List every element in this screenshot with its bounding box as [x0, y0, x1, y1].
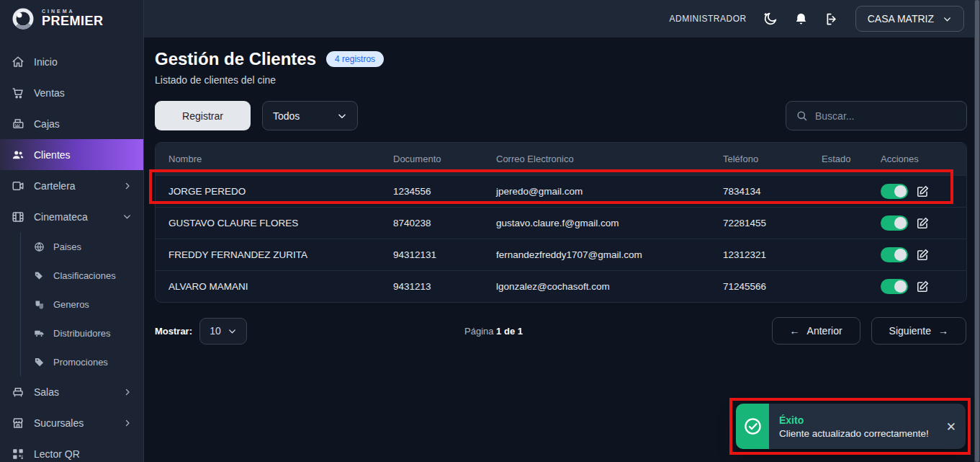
toggle-knob: [894, 217, 907, 229]
col-header-acciones: Acciones: [881, 154, 966, 164]
sidebar-item-label: Sucursales: [34, 417, 84, 429]
client-name-cell: JORGE PEREDO: [168, 186, 393, 197]
client-document-cell: 9431213: [393, 281, 496, 292]
next-label: Siguiente: [889, 325, 931, 337]
status-toggle[interactable]: [881, 216, 908, 231]
sidebar-item-cinemateca[interactable]: Cinemateca: [0, 201, 143, 232]
sidebar-item-paises[interactable]: Paises: [21, 232, 143, 261]
records-count-badge: 4 registros: [326, 51, 384, 67]
status-toggle[interactable]: [881, 279, 908, 294]
tags-icon: [34, 270, 45, 281]
chevron-right-icon: [123, 182, 132, 190]
chevron-down-icon: [122, 212, 132, 221]
page-info: Página 1 de 1: [464, 326, 523, 337]
search-input[interactable]: [815, 110, 957, 122]
table-row: ALVARO MAMANI 9431213 lgonzalez@cochasof…: [156, 270, 966, 302]
user-role-label: ADMINISTRADOR: [670, 14, 747, 24]
tag-icon: [34, 357, 45, 368]
sidebar-item-clientes[interactable]: Clientes: [0, 139, 143, 170]
sidebar-item-inicio[interactable]: Inicio: [0, 46, 143, 77]
sidebar-item-cajas[interactable]: Cajas: [0, 108, 143, 139]
toggle-knob: [894, 280, 907, 293]
client-email-cell: gustavo.claure.f@gmail.com: [496, 218, 723, 228]
col-header-estado: Estado: [822, 154, 881, 164]
brand-logo[interactable]: CINEMA PREMIER: [0, 0, 143, 37]
users-icon: [12, 148, 24, 161]
client-email-cell: jperedo@gmail.com: [496, 186, 723, 197]
register-button[interactable]: Registrar: [155, 101, 251, 130]
page-size-select[interactable]: 10: [199, 318, 247, 345]
sidebar-item-cartelera[interactable]: Cartelera: [0, 170, 143, 201]
notifications-bell-icon[interactable]: [794, 12, 809, 27]
sidebar-item-promociones[interactable]: Promociones: [21, 347, 143, 376]
vertical-scrollbar[interactable]: [974, 0, 980, 462]
sidebar: CINEMA PREMIER Inicio Ventas Cajas Clien…: [0, 0, 144, 462]
client-actions-cell: [881, 216, 966, 231]
status-filter-value: Todos: [273, 110, 300, 122]
dark-mode-moon-icon[interactable]: [763, 12, 778, 27]
sidebar-item-label: Ventas: [34, 87, 65, 99]
status-toggle[interactable]: [881, 247, 908, 262]
pagination-bar: Mostrar: 10 Página 1 de 1 ← Anterior Sig…: [155, 316, 967, 345]
sidebar-item-label: Cajas: [34, 118, 60, 130]
sidebar-item-label: Clasificaciones: [53, 270, 116, 281]
edit-icon[interactable]: [916, 216, 930, 230]
toast-message: Cliente actualizado correctamente!: [779, 428, 929, 439]
sidebar-item-lector-qr[interactable]: Lector QR: [0, 438, 143, 462]
topbar: ADMINISTRADOR CASA MATRIZ: [144, 0, 980, 37]
client-document-cell: 8740238: [393, 218, 496, 228]
cash-register-icon: [12, 117, 24, 130]
sidebar-item-label: Distribuidores: [53, 328, 110, 339]
client-phone-cell: 12312321: [723, 249, 822, 260]
page-size-value: 10: [210, 325, 221, 337]
sidebar-item-label: Cartelera: [34, 180, 76, 192]
chevron-down-icon: [943, 14, 952, 24]
scrollbar-thumb[interactable]: [975, 0, 979, 462]
chevron-down-icon: [337, 111, 347, 121]
branch-selector[interactable]: CASA MATRIZ: [855, 6, 964, 32]
toast-close-icon[interactable]: ✕: [946, 420, 956, 432]
client-actions-cell: [881, 279, 966, 294]
page-subtitle: Listado de clientes del cine: [155, 74, 967, 86]
toggle-knob: [894, 185, 907, 197]
edit-icon[interactable]: [916, 185, 930, 198]
client-document-cell: 94312131: [393, 249, 496, 260]
sidebar-item-ventas[interactable]: Ventas: [0, 77, 143, 108]
status-toggle[interactable]: [881, 184, 908, 199]
page-value: 1 de 1: [496, 326, 523, 337]
sidebar-item-label: Promociones: [53, 357, 108, 368]
check-circle-icon: [743, 417, 763, 436]
sidebar-item-salas[interactable]: Salas: [0, 376, 143, 407]
arrow-right-icon: →: [938, 325, 948, 337]
sidebar-item-distribuidores[interactable]: Distribuidores: [21, 319, 143, 347]
sidebar-nav: Inicio Ventas Cajas Clientes Cartelera C…: [0, 46, 143, 462]
client-document-cell: 1234556: [393, 186, 496, 197]
client-phone-cell: 7834134: [723, 186, 822, 197]
success-toast: Éxito Cliente actualizado correctamente!…: [736, 404, 966, 449]
edit-icon[interactable]: [916, 248, 930, 262]
client-email-cell: fernandezfreddy1707@gmail.com: [496, 249, 723, 260]
toggle-knob: [894, 249, 907, 261]
client-status-cell: [822, 281, 881, 292]
previous-page-button[interactable]: ← Anterior: [772, 317, 860, 345]
sidebar-item-sucursales[interactable]: Sucursales: [0, 407, 143, 438]
brand-line2: PREMIER: [42, 14, 104, 29]
sidebar-item-generos[interactable]: Generos: [21, 290, 143, 319]
cinemateca-submenu: Paises Clasificaciones Generos Distribui…: [20, 232, 143, 376]
film-icon: [12, 210, 24, 223]
status-filter-select[interactable]: Todos: [262, 101, 358, 130]
client-actions-cell: [881, 247, 966, 262]
client-status-cell: [822, 249, 881, 260]
sidebar-item-clasificaciones[interactable]: Clasificaciones: [21, 261, 143, 290]
edit-icon[interactable]: [916, 280, 930, 293]
client-actions-cell: [881, 184, 966, 199]
main-content: Gestión de Clientes 4 registros Listado …: [144, 37, 980, 462]
client-email-cell: lgonzalez@cochasoft.com: [496, 281, 723, 292]
show-label: Mostrar:: [155, 326, 192, 337]
chevron-right-icon: [123, 419, 132, 427]
logout-icon[interactable]: [824, 12, 840, 27]
next-page-button[interactable]: Siguiente →: [871, 317, 966, 345]
chevron-right-icon: [123, 388, 132, 396]
page-word: Página: [464, 326, 493, 337]
col-header-telefono: Teléfono: [723, 154, 822, 164]
